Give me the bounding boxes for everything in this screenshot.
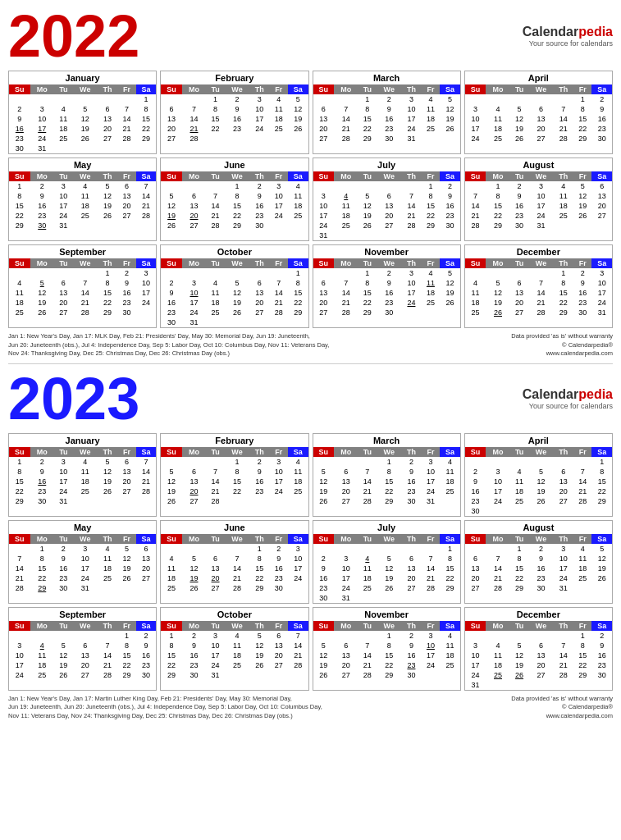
may-2023: May SuMoTuWeThFrSa 123456 78910111213 14… bbox=[8, 520, 157, 604]
jan-2023-table: SuMoTuWeThFrSa 1234567 891011121314 1516… bbox=[9, 447, 156, 506]
dec-2022-table: SuMoTuWeThFrSa 123 45678910 111213141516… bbox=[465, 258, 612, 317]
oct-2023-title: October bbox=[161, 608, 308, 621]
brand-2023: Calendarpedia Your source for calendars bbox=[523, 387, 613, 410]
year-2023-title: 2023 bbox=[8, 369, 139, 428]
oct-2022: October SuMoTuWeThFrSa 1 2345678 9101112… bbox=[160, 244, 308, 328]
jan-2022-table: SuMoTuWeThFrSa 1 2345678 9101112131415 1… bbox=[9, 84, 156, 153]
sep-2022-table: SuMoTuWeThFrSa 123 45678910 111213141516… bbox=[9, 258, 156, 317]
apr-2022: April SuMoTuWeThFrSa 12 3456789 10111213… bbox=[464, 71, 613, 154]
jul-2023: July SuMoTuWeThFrSa 1 2345678 9101112131… bbox=[313, 520, 461, 604]
may-2022-table: SuMoTuWeThFrSa 1234567 891011121314 1516… bbox=[9, 171, 156, 231]
2022-row3: September SuMoTuWeThFrSa 123 45678910 11… bbox=[8, 244, 613, 328]
brand-2023-tagline: Your source for calendars bbox=[523, 402, 613, 410]
feb-2023-table: SuMoTuWeThFrSa 1234 567891011 1213141516… bbox=[161, 447, 308, 506]
jun-2023-table: SuMoTuWeThFrSa 123 45678910 111213141516… bbox=[161, 534, 308, 593]
mar-2022-table: SuMoTuWeThFrSa 12345 6789101112 13141516… bbox=[313, 84, 460, 144]
aug-2023-title: August bbox=[465, 521, 612, 534]
2022-footnote-right: Data provided 'as is' without warranty© … bbox=[511, 332, 613, 358]
jun-2022-table: SuMoTuWeThFrSa 1234 567891011 1213141516… bbox=[161, 171, 308, 231]
nov-2022-table: SuMoTuWeThFrSa 12345 6789101112 13141516… bbox=[313, 258, 460, 317]
feb-2023-title: February bbox=[161, 434, 308, 447]
aug-2022-title: August bbox=[465, 158, 612, 171]
may-2023-table: SuMoTuWeThFrSa 123456 78910111213 141516… bbox=[9, 534, 156, 593]
brand-2023-calendar: Calendar bbox=[523, 387, 578, 401]
jun-2022: June SuMoTuWeThFrSa 1234 567891011 12131… bbox=[160, 158, 308, 241]
apr-2022-table: SuMoTuWeThFrSa 12 3456789 10111213141516… bbox=[465, 84, 612, 144]
jan-2023: January SuMoTuWeThFrSa 1234567 891011121… bbox=[8, 433, 157, 517]
nov-2022-title: November bbox=[313, 245, 460, 258]
dec-2023: December SuMoTuWeThFrSa 12 3456789 10111… bbox=[464, 607, 613, 691]
2022-row2: May SuMoTuWeThFrSa 1234567 891011121314 … bbox=[8, 158, 613, 241]
2023-footnote-right: Data provided 'as is' without warranty© … bbox=[511, 695, 613, 721]
2022-footnote: Jan 1: New Year's Day, Jan 17: MLK Day, … bbox=[8, 330, 613, 358]
apr-2023: April SuMoTuWeThFrSa 1 2345678 910111213… bbox=[464, 433, 613, 517]
nov-2022: November SuMoTuWeThFrSa 12345 6789101112… bbox=[313, 244, 461, 328]
feb-2023: February SuMoTuWeThFrSa 1234 567891011 1… bbox=[160, 433, 308, 517]
sep-2023: September SuMoTuWeThFrSa 12 3456789 1011… bbox=[8, 607, 157, 691]
2023-footnote: Jan 1: New Year's Day, Jan 17: Martin Lu… bbox=[8, 692, 613, 721]
apr-2022-title: April bbox=[465, 71, 612, 84]
2023-row1: January SuMoTuWeThFrSa 1234567 891011121… bbox=[8, 433, 613, 517]
nov-2023: November SuMoTuWeThFrSa 1234 567891011 1… bbox=[313, 607, 461, 691]
sep-2023-title: September bbox=[9, 608, 156, 621]
jul-2023-title: July bbox=[313, 521, 460, 534]
apr-2023-title: April bbox=[465, 434, 612, 447]
may-2022-title: May bbox=[9, 158, 156, 171]
sep-2022: September SuMoTuWeThFrSa 123 45678910 11… bbox=[8, 244, 157, 328]
brand-pedia-text: pedia bbox=[578, 25, 613, 39]
jan-2022: January SuMoTuWeThFrSa 1 2345678 9101112… bbox=[8, 71, 157, 154]
apr-2023-table: SuMoTuWeThFrSa 1 2345678 9101112131415 1… bbox=[465, 447, 612, 516]
2022-footnote-left: Jan 1: New Year's Day, Jan 17: MLK Day, … bbox=[8, 332, 329, 358]
sep-2022-title: September bbox=[9, 245, 156, 258]
aug-2023-table: SuMoTuWeThFrSa 12345 6789101112 13141516… bbox=[465, 534, 612, 593]
2023-row3: September SuMoTuWeThFrSa 12 3456789 1011… bbox=[8, 607, 613, 691]
oct-2022-table: SuMoTuWeThFrSa 1 2345678 9101112131415 1… bbox=[161, 258, 308, 327]
aug-2022: August SuMoTuWeThFrSa 123456 78910111213… bbox=[464, 158, 613, 241]
oct-2023-table: SuMoTuWeThFrSa 1234567 891011121314 1516… bbox=[161, 621, 308, 680]
mar-2023-table: SuMoTuWeThFrSa 1234 567891011 1213141516… bbox=[313, 447, 460, 506]
mar-2022-title: March bbox=[313, 71, 460, 84]
nov-2023-title: November bbox=[313, 608, 460, 621]
aug-2022-table: SuMoTuWeThFrSa 123456 78910111213 141516… bbox=[465, 171, 612, 231]
may-2022: May SuMoTuWeThFrSa 1234567 891011121314 … bbox=[8, 158, 157, 241]
jun-2023-title: June bbox=[161, 521, 308, 534]
brand-tagline: Your source for calendars bbox=[523, 39, 613, 48]
feb-2022-title: February bbox=[161, 71, 308, 84]
2022-row1: January SuMoTuWeThFrSa 1 2345678 9101112… bbox=[8, 71, 613, 154]
feb-2022: February SuMoTuWeThFrSa 12345 6789101112… bbox=[160, 71, 308, 154]
brand-2022: Calendarpedia Your source for calendars bbox=[523, 25, 613, 48]
brand-calendar-text: Calendar bbox=[523, 25, 578, 39]
oct-2023: October SuMoTuWeThFrSa 1234567 891011121… bbox=[160, 607, 308, 691]
mar-2023-title: March bbox=[313, 434, 460, 447]
jun-2022-title: June bbox=[161, 158, 308, 171]
jun-2023: June SuMoTuWeThFrSa 123 45678910 1112131… bbox=[160, 520, 308, 604]
may-2023-title: May bbox=[9, 521, 156, 534]
dec-2023-table: SuMoTuWeThFrSa 12 3456789 10111213141516… bbox=[465, 621, 612, 690]
page: 2022 Calendarpedia Your source for calen… bbox=[0, 0, 621, 727]
jul-2022: July SuMoTuWeThFrSa 12 3456789 101112131… bbox=[313, 158, 461, 241]
mar-2022: March SuMoTuWeThFrSa 12345 6789101112 13… bbox=[313, 71, 461, 154]
oct-2022-title: October bbox=[161, 245, 308, 258]
dec-2023-title: December bbox=[465, 608, 612, 621]
divider bbox=[8, 363, 613, 364]
dec-2022: December SuMoTuWeThFrSa 123 45678910 111… bbox=[464, 244, 613, 328]
jul-2023-table: SuMoTuWeThFrSa 1 2345678 9101112131415 1… bbox=[313, 534, 460, 603]
2023-row2: May SuMoTuWeThFrSa 123456 78910111213 14… bbox=[8, 520, 613, 604]
2023-footnote-left: Jan 1: New Year's Day, Jan 17: Martin Lu… bbox=[8, 695, 322, 721]
jul-2022-table: SuMoTuWeThFrSa 12 3456789 10111213141516… bbox=[313, 171, 460, 240]
dec-2022-title: December bbox=[465, 245, 612, 258]
nov-2023-table: SuMoTuWeThFrSa 1234 567891011 1213141516… bbox=[313, 621, 460, 680]
jul-2022-title: July bbox=[313, 158, 460, 171]
jan-2023-title: January bbox=[9, 434, 156, 447]
feb-2022-table: SuMoTuWeThFrSa 12345 6789101112 13141516… bbox=[161, 84, 308, 144]
year-2022-title: 2022 bbox=[8, 7, 139, 66]
brand-2023-pedia: pedia bbox=[578, 387, 613, 401]
mar-2023: March SuMoTuWeThFrSa 1234 567891011 1213… bbox=[313, 433, 461, 517]
year-2023-header: 2023 Calendarpedia Your source for calen… bbox=[8, 369, 613, 428]
year-2022-header: 2022 Calendarpedia Your source for calen… bbox=[8, 7, 613, 66]
aug-2023: August SuMoTuWeThFrSa 12345 6789101112 1… bbox=[464, 520, 613, 604]
sep-2023-table: SuMoTuWeThFrSa 12 3456789 10111213141516… bbox=[9, 621, 156, 680]
jan-2022-title: January bbox=[9, 71, 156, 84]
